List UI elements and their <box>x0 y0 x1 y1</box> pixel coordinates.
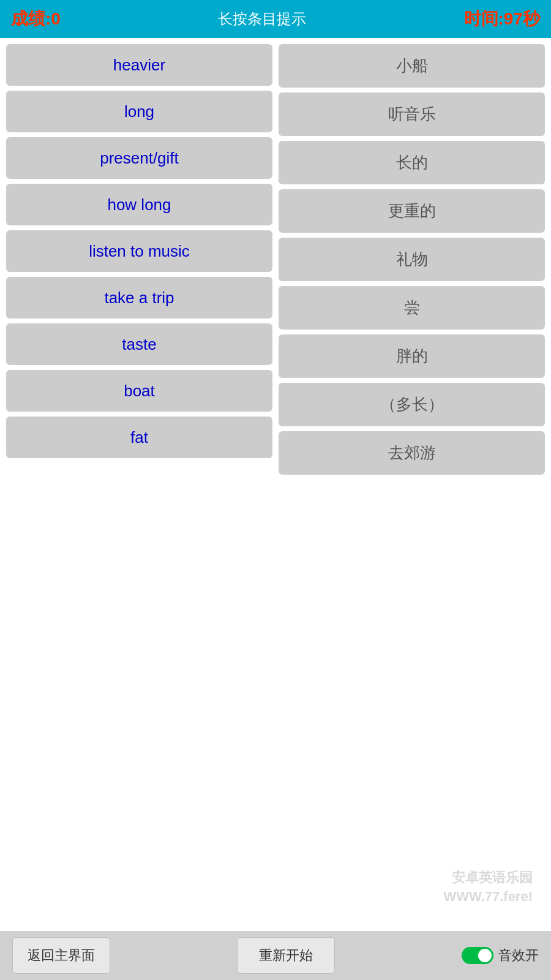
sound-toggle-area[interactable]: 音效开 <box>462 946 539 965</box>
back-button[interactable]: 返回主界面 <box>12 937 110 974</box>
english-word-4[interactable]: how long <box>6 184 272 225</box>
footer: 返回主界面 重新开始 音效开 <box>0 931 551 980</box>
watermark-area: 安卓英语乐园 WWW.77.fere! <box>6 475 545 925</box>
english-word-3[interactable]: present/gift <box>6 137 272 179</box>
watermark-line2: WWW.77.fere! <box>444 888 533 907</box>
english-word-1[interactable]: heavier <box>6 44 272 86</box>
sound-toggle-label: 音效开 <box>498 946 539 965</box>
watermark: 安卓英语乐园 WWW.77.fere! <box>444 869 533 907</box>
time-display: 时间:97秒 <box>464 7 540 31</box>
chinese-word-4[interactable]: 更重的 <box>279 189 545 233</box>
english-word-7[interactable]: taste <box>6 323 272 365</box>
english-word-8[interactable]: boat <box>6 370 272 412</box>
main-content: heavier long present/gift how long liste… <box>0 38 551 931</box>
chinese-word-8[interactable]: （多长） <box>279 383 545 426</box>
time-label: 时间: <box>464 9 504 28</box>
english-word-6[interactable]: take a trip <box>6 277 272 318</box>
header-title: 长按条目提示 <box>218 9 306 29</box>
english-word-9[interactable]: fat <box>6 417 272 458</box>
score-label: 成绩: <box>11 9 51 28</box>
watermark-line1: 安卓英语乐园 <box>444 869 533 888</box>
sound-toggle-switch[interactable] <box>462 947 493 964</box>
chinese-word-6[interactable]: 尝 <box>279 286 545 330</box>
score-value: 0 <box>51 9 61 28</box>
chinese-word-3[interactable]: 长的 <box>279 141 545 184</box>
chinese-word-9[interactable]: 去郊游 <box>279 431 545 475</box>
chinese-word-5[interactable]: 礼物 <box>279 238 545 281</box>
score-display: 成绩:0 <box>11 7 61 31</box>
english-word-5[interactable]: listen to music <box>6 230 272 272</box>
chinese-column: 小船 听音乐 长的 更重的 礼物 尝 胖的 （多长） 去郊游 <box>279 44 545 475</box>
restart-button[interactable]: 重新开始 <box>237 937 335 974</box>
english-word-2[interactable]: long <box>6 91 272 132</box>
chinese-word-2[interactable]: 听音乐 <box>279 92 545 136</box>
chinese-word-1[interactable]: 小船 <box>279 44 545 88</box>
header: 成绩:0 长按条目提示 时间:97秒 <box>0 0 551 38</box>
chinese-word-7[interactable]: 胖的 <box>279 334 545 378</box>
word-columns: heavier long present/gift how long liste… <box>6 44 545 475</box>
english-column: heavier long present/gift how long liste… <box>6 44 272 475</box>
time-value: 97秒 <box>504 9 540 28</box>
